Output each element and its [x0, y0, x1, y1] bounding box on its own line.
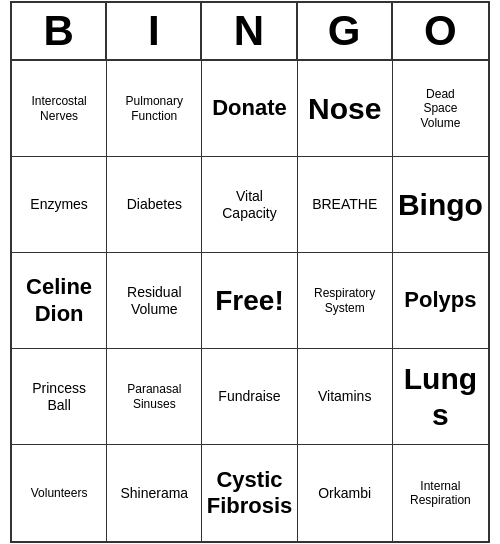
cell-text: Bingo [398, 187, 483, 223]
cell-text: Fundraise [218, 388, 280, 405]
cell-text: Donate [212, 95, 287, 121]
bingo-cell: VitalCapacity [202, 157, 297, 253]
bingo-cell: Shinerama [107, 445, 202, 541]
cell-text: Lungs [397, 361, 484, 433]
cell-text: VitalCapacity [222, 188, 276, 222]
cell-text: ParanasalSinuses [127, 382, 181, 411]
cell-text: PulmonaryFunction [126, 94, 183, 123]
cell-text: PrincessBall [32, 380, 86, 414]
header-letter: B [12, 3, 107, 59]
bingo-cell: BREATHE [298, 157, 393, 253]
bingo-cell: Bingo [393, 157, 488, 253]
cell-text: Diabetes [127, 196, 182, 213]
bingo-cell: InternalRespiration [393, 445, 488, 541]
cell-text: InternalRespiration [410, 479, 471, 508]
bingo-cell: Lungs [393, 349, 488, 445]
bingo-cell: Diabetes [107, 157, 202, 253]
cell-text: ResidualVolume [127, 284, 181, 318]
bingo-cell: Vitamins [298, 349, 393, 445]
cell-text: Orkambi [318, 485, 371, 502]
bingo-cell: CysticFibrosis [202, 445, 297, 541]
bingo-cell: Enzymes [12, 157, 107, 253]
bingo-cell: RespiratorySystem [298, 253, 393, 349]
header-letter: I [107, 3, 202, 59]
cell-text: Enzymes [30, 196, 88, 213]
bingo-cell: Nose [298, 61, 393, 157]
bingo-cell: Orkambi [298, 445, 393, 541]
cell-text: CelineDion [26, 274, 92, 327]
header-letter: N [202, 3, 297, 59]
cell-text: RespiratorySystem [314, 286, 375, 315]
cell-text: Free! [215, 284, 283, 318]
header-letter: O [393, 3, 488, 59]
cell-text: Volunteers [31, 486, 88, 500]
bingo-cell: PulmonaryFunction [107, 61, 202, 157]
bingo-card: BINGO IntercostalNervesPulmonaryFunction… [10, 1, 490, 543]
bingo-cell: Fundraise [202, 349, 297, 445]
cell-text: DeadSpaceVolume [420, 87, 460, 130]
bingo-cell: IntercostalNerves [12, 61, 107, 157]
cell-text: Polyps [404, 287, 476, 313]
bingo-cell: ResidualVolume [107, 253, 202, 349]
cell-text: CysticFibrosis [207, 467, 293, 520]
bingo-header: BINGO [12, 3, 488, 61]
bingo-grid: IntercostalNervesPulmonaryFunctionDonate… [12, 61, 488, 541]
header-letter: G [298, 3, 393, 59]
cell-text: Nose [308, 91, 381, 127]
bingo-cell: Polyps [393, 253, 488, 349]
bingo-cell: CelineDion [12, 253, 107, 349]
bingo-cell: PrincessBall [12, 349, 107, 445]
cell-text: BREATHE [312, 196, 377, 213]
cell-text: Vitamins [318, 388, 371, 405]
cell-text: Shinerama [120, 485, 188, 502]
bingo-cell: Volunteers [12, 445, 107, 541]
bingo-cell: DeadSpaceVolume [393, 61, 488, 157]
bingo-cell: Donate [202, 61, 297, 157]
bingo-cell: Free! [202, 253, 297, 349]
bingo-cell: ParanasalSinuses [107, 349, 202, 445]
cell-text: IntercostalNerves [31, 94, 86, 123]
